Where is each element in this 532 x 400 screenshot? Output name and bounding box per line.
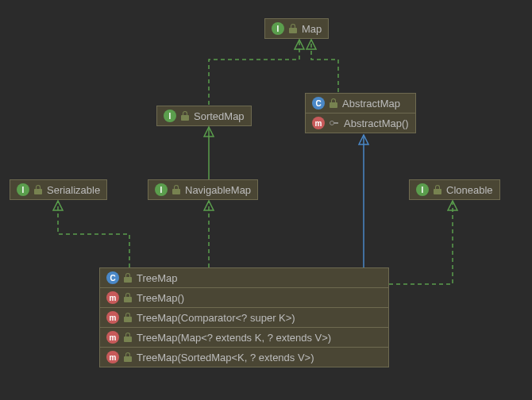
edge-treemap-serializable xyxy=(58,201,129,267)
key-icon xyxy=(330,118,339,128)
node-sortedmap[interactable]: I SortedMap xyxy=(156,106,252,126)
node-label: Map xyxy=(302,23,322,35)
lock-icon xyxy=(289,24,297,33)
method-icon: m xyxy=(106,311,119,324)
class-icon: C xyxy=(106,271,119,284)
node-label: NavigableMap xyxy=(185,184,251,196)
edge-abstractmap-map xyxy=(311,40,338,92)
node-navigablemap[interactable]: I NavigableMap xyxy=(148,179,258,200)
method-icon: m xyxy=(312,117,325,129)
method-icon: m xyxy=(106,331,119,344)
class-icon: C xyxy=(312,97,325,110)
node-header: I Map xyxy=(265,19,328,38)
node-serializable[interactable]: I Serializable xyxy=(10,179,107,200)
lock-icon xyxy=(172,185,180,194)
interface-icon: I xyxy=(155,183,168,196)
node-treemap[interactable]: C TreeMap m TreeMap() m TreeMap(Comparat… xyxy=(99,267,389,367)
node-label: TreeMap xyxy=(137,272,178,284)
node-abstractmap[interactable]: C AbstractMap m AbstractMap() xyxy=(305,93,416,133)
member-row: m TreeMap(Comparator<? super K>) xyxy=(100,307,388,327)
lock-icon xyxy=(34,185,42,194)
node-label: AbstractMap xyxy=(342,98,400,110)
interface-icon: I xyxy=(164,110,176,122)
edge-sortedmap-map xyxy=(209,40,299,105)
member-label: AbstractMap() xyxy=(344,117,409,129)
member-label: TreeMap(Map<? extends K, ? extends V>) xyxy=(137,332,331,344)
node-cloneable[interactable]: I Cloneable xyxy=(409,179,500,200)
interface-icon: I xyxy=(17,183,29,196)
node-label: SortedMap xyxy=(194,110,245,122)
member-label: TreeMap(Comparator<? super K>) xyxy=(137,312,295,324)
node-map[interactable]: I Map xyxy=(264,18,329,39)
node-header: C TreeMap xyxy=(100,268,388,287)
member-row: m AbstractMap() xyxy=(306,113,415,133)
node-label: Cloneable xyxy=(446,184,493,196)
lock-icon xyxy=(330,98,337,108)
lock-icon xyxy=(124,273,132,283)
node-header: I Serializable xyxy=(10,180,106,199)
lock-icon xyxy=(124,352,132,362)
lock-icon xyxy=(181,111,189,121)
edge-treemap-cloneable xyxy=(389,201,453,284)
node-header: I Cloneable xyxy=(410,180,499,199)
node-label: Serializable xyxy=(47,184,100,196)
interface-icon: I xyxy=(416,183,429,196)
node-header: I NavigableMap xyxy=(148,180,257,199)
lock-icon xyxy=(124,293,132,302)
member-row: m TreeMap(Map<? extends K, ? extends V>) xyxy=(100,327,388,347)
lock-icon xyxy=(434,185,441,194)
member-row: m TreeMap() xyxy=(100,287,388,307)
member-label: TreeMap() xyxy=(137,292,184,304)
node-header: I SortedMap xyxy=(157,106,251,125)
node-header: C AbstractMap xyxy=(306,94,415,113)
interface-icon: I xyxy=(272,22,284,35)
lock-icon xyxy=(124,333,132,342)
member-row: m TreeMap(SortedMap<K, ? extends V>) xyxy=(100,347,388,367)
method-icon: m xyxy=(106,351,119,363)
method-icon: m xyxy=(106,291,119,304)
lock-icon xyxy=(124,313,132,322)
member-label: TreeMap(SortedMap<K, ? extends V>) xyxy=(137,352,314,363)
